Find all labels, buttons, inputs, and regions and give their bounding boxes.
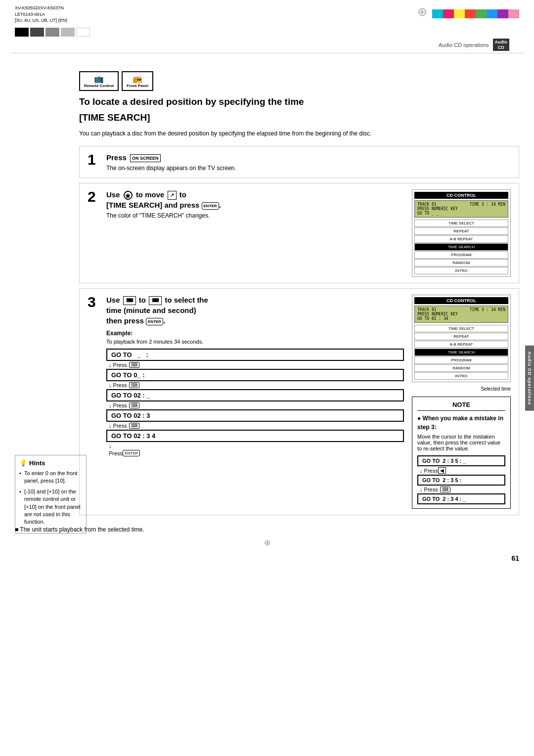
lightbulb-icon: 💡 [19, 459, 27, 467]
color-bar-white [76, 28, 90, 37]
example-description: To playback from 2 minutes 34 seconds. [106, 339, 404, 345]
goto-box-1: GO TO _ : [106, 349, 404, 361]
menu-time-search-2: TIME SEARCH [414, 349, 508, 356]
selected-time-label: Selected time [412, 386, 511, 392]
registration-mark: ⊕ [0, 538, 534, 547]
step-1-body: Press ON SCREEN The on-screen display ap… [106, 152, 511, 172]
goto-correction-3: GO TO 2 : 3 4 : _ [417, 493, 505, 504]
remote-control-icon: 📺 Remote Control [79, 71, 119, 91]
hints-title: 💡 Hints [19, 459, 82, 467]
step-2-text: Use ◉ to move ↗ to [106, 189, 404, 200]
backspace-icon: ◀ [438, 467, 446, 474]
color-bar-green [476, 9, 487, 18]
section-label: Audio CD operations [439, 42, 489, 48]
page-title: To locate a desired position by specifyi… [79, 96, 519, 108]
page-subtitle: [TIME SEARCH] [79, 112, 519, 123]
step-1-description: The on-screen display appears on the TV … [106, 165, 511, 172]
hint-item-2: [-10] and [+10] on the remote control un… [19, 488, 82, 526]
hints-box: 💡 Hints To enter 0 on the front panel, p… [15, 455, 87, 534]
step-3-left: Use ⌨ to ⌨ to select the time (minute an… [106, 295, 404, 509]
step-3-block: 3 Use ⌨ to ⌨ to select the [79, 288, 519, 515]
hint-item-1: To enter 0 on the front panel, press [10… [19, 470, 82, 485]
menu-ab-repeat: A-B REPEAT [414, 235, 508, 243]
menu-intro: INTRO [414, 267, 508, 274]
step-3-text3: then press ENTER. [106, 315, 404, 326]
cd-display-2: TRACK 01 TIME 3 : 34 MIN PRESS NUMERIC K… [414, 306, 508, 323]
press-icon-2: ⌨ [129, 382, 139, 388]
press-icon-1: ⌨ [129, 362, 139, 368]
cd-control-panel-step3: CD CONTROL TRACK 01 TIME 3 : 34 MIN PRES… [412, 295, 511, 382]
cd-control-panel-step2: CD CONTROL TRACK 01 TIME 3 : 34 MIN PRES… [412, 189, 511, 277]
color-bar-blue [487, 9, 497, 18]
color-bars-left [15, 28, 90, 37]
step-3-inner: Use ⌨ to ⌨ to select the time (minute an… [106, 295, 511, 509]
menu-repeat: REPEAT [414, 227, 508, 235]
front-panel-icon: 📻 Front Panel [122, 71, 153, 91]
color-bar-purple [497, 9, 508, 18]
step-1-block: 1 Press ON SCREEN The on-screen display … [79, 146, 519, 178]
press-icon-corr: ⌨ [440, 487, 450, 492]
top-nav: Audio CD operations Audio CD [10, 37, 524, 54]
step-2-number: 2 [88, 189, 102, 204]
onscreen-icon: ON SCREEN [130, 154, 161, 163]
side-tab: Audio CD operations [525, 345, 534, 411]
hints-container: 💡 Hints To enter 0 on the front panel, p… [15, 445, 87, 534]
menu-ab-repeat-2: A-B REPEAT [414, 341, 508, 348]
note-section: NOTE ● When you make a mistake in step 3… [412, 397, 511, 509]
cd-menu-items-2: TIME SELECT REPEAT A-B REPEAT TIME SEARC… [414, 325, 508, 380]
step-1-text: Press ON SCREEN [106, 152, 511, 163]
hints-list: To enter 0 on the front panel, press [10… [19, 470, 82, 526]
step-2-description: The color of "TIME SEARCH" changes. [106, 212, 404, 219]
goto-box-2: GO TO 0_ : [106, 369, 404, 381]
press-icon-3: ⌨ [129, 402, 139, 408]
crosshair-icon: ⊕ [417, 5, 427, 19]
step-2-text2: [TIME SEARCH] and press ENTER. [106, 200, 404, 210]
goto-correction-1: GO TO 2 : 3 5 : _ [417, 455, 505, 466]
device-icons-row: 📺 Remote Control 📻 Front Panel [79, 71, 519, 91]
step-2-body: Use ◉ to move ↗ to [TIME SEARCH] and pre… [106, 189, 511, 277]
goto-arrow-4: ↓ Press ⌨ [109, 423, 404, 429]
cd-panel-header: CD CONTROL [414, 192, 508, 199]
cd-panel: CD CONTROL TRACK 01 TIME 3 : 34 MIN PRES… [412, 189, 511, 277]
color-bar-lightgray [61, 28, 75, 37]
joystick-icon: ◉ [124, 191, 133, 200]
enter-icon-2: ENTER [146, 318, 163, 325]
menu-time-search: TIME SEARCH [414, 243, 508, 251]
goto-sequence: GO TO _ : ↓ Press ⌨ GO TO 0_ : ↓ Press ⌨ [106, 349, 404, 456]
note-description: Move the cursor to the mistaken value, t… [417, 434, 505, 451]
press-icon-4: ⌨ [129, 423, 139, 429]
note-bullet: ● When you make a mistake in step 3: [417, 414, 505, 432]
goto-box-4: GO TO 02 : 3 [106, 409, 404, 422]
cursor-icon: ↗ [168, 191, 177, 200]
page-header: XV-K505GD/XV-K503TN LET0143-001A [3U, 4U… [0, 0, 534, 37]
audio-cd-badge: Audio CD [493, 39, 510, 51]
color-bar-darkgray [30, 28, 44, 37]
enter-icon: ENTER [202, 202, 219, 210]
step-3-number: 3 [88, 295, 102, 310]
goto-correction-arrow-1: ↓ Press ◀ [420, 467, 505, 474]
example-section: Example: To playback from 2 minutes 34 s… [106, 330, 404, 456]
bottom-note: ■ The unit starts playback from the sele… [15, 526, 519, 533]
menu-time-select: TIME SELECT [414, 220, 508, 227]
enter-icon-3: ENTER [123, 450, 140, 456]
menu-random-2: RANDOM [414, 364, 508, 372]
goto-arrow-1: ↓ Press ⌨ [109, 362, 404, 368]
header-info: XV-K505GD/XV-K503TN LET0143-001A [3U, 4U… [15, 5, 90, 37]
example-label: Example: [106, 330, 404, 337]
cd-panel-header-2: CD CONTROL [414, 297, 508, 304]
step-2-block: 2 Use ◉ to move ↗ to [79, 183, 519, 283]
step-3-text: Use ⌨ to ⌨ to select the [106, 295, 404, 305]
note-title: NOTE [417, 401, 505, 411]
page-number: 61 [0, 549, 534, 567]
cd-display: TRACK 01 TIME 3 : 34 MIN PRESS NUMERIC K… [414, 200, 508, 218]
step-3-right: CD CONTROL TRACK 01 TIME 3 : 34 MIN PRES… [412, 295, 511, 509]
cd-menu-items: TIME SELECT REPEAT A-B REPEAT TIME SEARC… [414, 220, 508, 274]
menu-random: RANDOM [414, 259, 508, 267]
color-bars-right [432, 9, 519, 18]
color-bar-pink [508, 9, 519, 18]
menu-time-select-2: TIME SELECT [414, 325, 508, 332]
step-2-left: Use ◉ to move ↗ to [TIME SEARCH] and pre… [106, 189, 404, 277]
step-3-body: Use ⌨ to ⌨ to select the time (minute an… [106, 295, 511, 509]
step-3-text2: time (minute and second) [106, 305, 404, 315]
color-bar-black [15, 28, 29, 37]
